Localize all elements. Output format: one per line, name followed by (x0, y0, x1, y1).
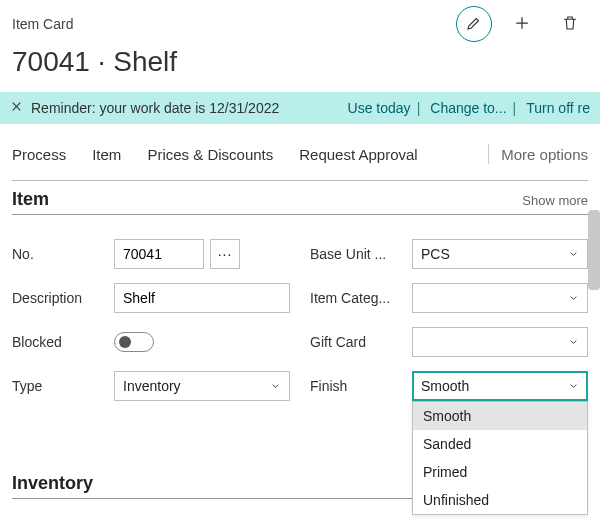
chevron-down-icon (568, 293, 579, 304)
finish-option[interactable]: Sanded (413, 430, 587, 458)
show-more-link[interactable]: Show more (522, 193, 588, 208)
no-label: No. (12, 246, 37, 262)
work-date-notification: Reminder: your work date is 12/31/2022 U… (0, 92, 600, 124)
base-unit-select[interactable]: PCS (412, 239, 588, 269)
base-unit-label: Base Unit ... (310, 246, 389, 262)
section-item-heading: Item (12, 189, 49, 210)
gift-card-label: Gift Card (310, 334, 369, 350)
finish-dropdown: Smooth Sanded Primed Unfinished (412, 401, 588, 515)
toggle-knob (119, 336, 131, 348)
tab-prices-discounts[interactable]: Prices & Discounts (147, 146, 273, 163)
finish-option[interactable]: Unfinished (413, 486, 587, 514)
blocked-toggle[interactable] (114, 332, 154, 352)
pencil-icon (465, 14, 483, 35)
chevron-down-icon (568, 381, 579, 392)
breadcrumb: Item Card (12, 16, 73, 32)
trash-icon (561, 14, 579, 35)
type-select[interactable]: Inventory (114, 371, 290, 401)
notification-text: Reminder: your work date is 12/31/2022 (31, 100, 279, 116)
finish-option[interactable]: Smooth (413, 402, 587, 430)
turn-off-link[interactable]: Turn off re (526, 100, 590, 116)
ellipsis-icon: ··· (218, 246, 233, 262)
no-lookup-button[interactable]: ··· (210, 239, 240, 269)
finish-value: Smooth (421, 378, 469, 394)
base-unit-value: PCS (421, 246, 450, 262)
description-input[interactable] (114, 283, 290, 313)
no-input[interactable] (114, 239, 204, 269)
type-label: Type (12, 378, 45, 394)
delete-button[interactable] (552, 6, 588, 42)
change-to-link[interactable]: Change to... (430, 100, 506, 116)
edit-button[interactable] (456, 6, 492, 42)
separator: | (513, 100, 517, 116)
item-categ-select[interactable] (412, 283, 588, 313)
divider (488, 144, 489, 164)
tab-item[interactable]: Item (92, 146, 121, 163)
tab-process[interactable]: Process (12, 146, 66, 163)
plus-icon (512, 13, 532, 36)
item-categ-label: Item Categ... (310, 290, 393, 306)
finish-option[interactable]: Primed (413, 458, 587, 486)
tab-request-approval[interactable]: Request Approval (299, 146, 417, 163)
chevron-down-icon (568, 249, 579, 260)
gift-card-select[interactable] (412, 327, 588, 357)
blocked-label: Blocked (12, 334, 65, 350)
chevron-down-icon (568, 337, 579, 348)
type-value: Inventory (123, 378, 181, 394)
separator: | (417, 100, 421, 116)
scrollbar-thumb[interactable] (588, 210, 600, 290)
use-today-link[interactable]: Use today (348, 100, 411, 116)
finish-label: Finish (310, 378, 350, 394)
finish-select[interactable]: Smooth (412, 371, 588, 401)
close-icon (10, 100, 23, 116)
tab-more-options[interactable]: More options (501, 146, 588, 163)
page-title: 70041 · Shelf (0, 42, 600, 92)
description-label: Description (12, 290, 85, 306)
new-button[interactable] (504, 6, 540, 42)
chevron-down-icon (270, 381, 281, 392)
dismiss-notification[interactable] (10, 100, 23, 116)
